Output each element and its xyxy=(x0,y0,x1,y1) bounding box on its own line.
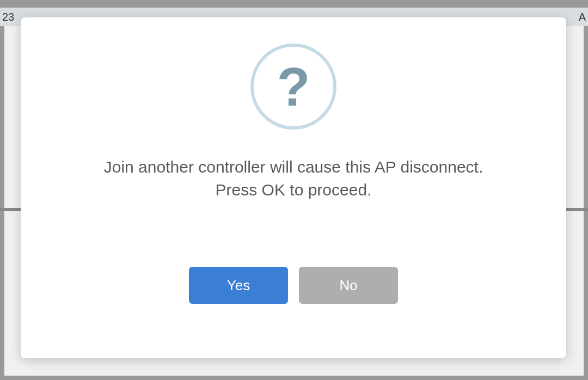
question-mark-glyph: ? xyxy=(277,59,310,114)
background-right-text: A xyxy=(579,11,586,23)
confirmation-dialog: ? Join another controller will cause thi… xyxy=(21,17,566,358)
question-mark-icon: ? xyxy=(250,44,336,130)
yes-button[interactable]: Yes xyxy=(189,267,288,304)
background-left-text: 23 xyxy=(2,11,14,23)
dialog-message: Join another controller will cause this … xyxy=(104,156,483,201)
dialog-button-row: Yes No xyxy=(189,267,398,304)
no-button[interactable]: No xyxy=(299,267,398,304)
